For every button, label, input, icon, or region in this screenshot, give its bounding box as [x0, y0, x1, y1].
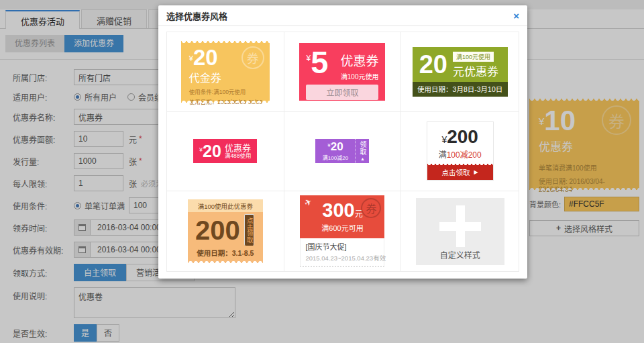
coupon-condition: 满100减200	[439, 148, 482, 160]
coupon-amount: ¥200	[441, 128, 478, 146]
coupon-right-col: 优惠券 满100元使用	[340, 51, 378, 81]
condition-red: 100减200	[447, 150, 482, 160]
custom-style-label: 自定义样式	[416, 249, 504, 260]
style-option-white-card[interactable]: ¥200 满100减200 点击领取▶	[401, 112, 519, 192]
triangle-up-icon: ▲	[360, 156, 365, 161]
amount-number: 300	[322, 199, 354, 221]
paper-plane-icon: ✈	[303, 196, 315, 208]
coupon-right-col: 优惠券 满488使用	[225, 144, 252, 160]
coupon-condition: 满600元可用	[321, 222, 363, 233]
coupon-orange: 满100使用此优惠券 200 点击领取 使用日期：3.1-8.5	[188, 199, 263, 263]
condition-prefix: 满	[439, 150, 447, 160]
coupon-watermark-icon: 券	[241, 46, 264, 69]
claim-tab: 领取 ▲	[356, 139, 369, 163]
close-icon[interactable]: ×	[513, 11, 519, 21]
coupon-purple-mini: ¥20 满100减20 领取 ▲	[315, 139, 369, 163]
coupon-name: 代金券	[189, 69, 262, 85]
coupon-name: 优惠券	[225, 144, 252, 153]
coupon-white-card: ¥200 满100减200 点击领取▶	[427, 121, 494, 181]
coupon-header: 满100使用此优惠券	[188, 199, 263, 212]
coupon-main: 20 满100元使用 元优惠券	[413, 47, 508, 82]
claim-now-button[interactable]: 立即领取	[306, 85, 378, 100]
coupon-amount: ¥5	[306, 48, 328, 81]
coupon-name: 元优惠券	[453, 62, 498, 79]
coupon-condition: 满488使用	[225, 153, 252, 159]
coupon-style-modal: 选择优惠券风格 × ¥20 券 代金券 使用条件:满100元使用 使用日期：20…	[158, 5, 527, 279]
amount-number: 20	[203, 142, 221, 160]
coupon-red-event: ✈ 券 300元 满600元可用 [国庆节大促] 2015.04.23~2015…	[300, 195, 384, 267]
coupon-amount: ¥20	[327, 141, 343, 153]
style-grid: ¥20 券 代金券 使用条件:满100元使用 使用日期：2015/05/06-0…	[166, 32, 519, 272]
coupon-middle: 200 点击领取	[188, 212, 263, 246]
claim-label: 点击领取	[442, 167, 470, 177]
coupon-watermark-icon: 券	[361, 198, 381, 218]
coupon-amount: 300元	[322, 201, 362, 220]
coupon-condition: 使用条件:满100元使用	[189, 87, 262, 95]
style-option-pink[interactable]: ¥5 优惠券 满100元使用 立即领取	[284, 32, 402, 112]
amount-number: 200	[195, 217, 240, 244]
coupon-red-mini: ¥20 优惠券 满488使用	[193, 139, 257, 163]
modal-header: 选择优惠券风格 ×	[158, 5, 527, 26]
style-option-red-event[interactable]: ✈ 券 300元 满600元可用 [国庆节大促] 2015.04.23~2015…	[284, 191, 402, 271]
custom-style-tile: 自定义样式	[416, 198, 504, 265]
coupon-top: ¥5 优惠券 满100元使用	[306, 48, 378, 81]
modal-title: 选择优惠券风格	[166, 9, 227, 22]
amount-number: 20	[331, 140, 343, 153]
style-option-orange[interactable]: 满100使用此优惠券 200 点击领取 使用日期：3.1-8.5	[167, 191, 284, 271]
amount-number: 5	[311, 44, 328, 80]
coupon-left: ¥20 满100减20	[315, 139, 356, 163]
coupon-pink: ¥5 优惠券 满100元使用 立即领取	[299, 43, 385, 101]
claim-label: 领取	[358, 141, 368, 156]
condition-tag: 满100元使用	[453, 52, 494, 62]
coupon-green: 20 满100元使用 元优惠券 使用日期：3月8日-3月10日	[413, 47, 508, 97]
amount-number: 200	[447, 126, 478, 147]
coupon-date: 使用日期：3.1-8.5	[188, 248, 263, 258]
style-option-red-mini[interactable]: ¥20 优惠券 满488使用	[167, 112, 284, 192]
style-option-green[interactable]: 20 满100元使用 元优惠券 使用日期：3月8日-3月10日	[401, 32, 519, 112]
coupon-right-col: 满100元使用 元优惠券	[453, 50, 498, 79]
coupon-condition: 满100元使用	[340, 71, 378, 81]
style-option-yellow[interactable]: ¥20 券 代金券 使用条件:满100元使用 使用日期：2015/05/06-0…	[167, 32, 284, 112]
coupon-info: [国庆节大促] 2015.04.23~2015.04.23有效	[300, 238, 384, 267]
coupon-date-bar: 使用日期：3月8日-3月10日	[413, 82, 508, 97]
valid-range: 2015.04.23~2015.04.23有效	[305, 253, 379, 262]
coupon-red-area: ✈ 券 300元 满600元可用	[300, 195, 384, 238]
event-name: [国庆节大促]	[305, 241, 379, 252]
coupon-yellow: ¥20 券 代金券 使用条件:满100元使用 使用日期：2015/05/06-0…	[181, 41, 270, 103]
coupon-date: 使用日期：2015/05/06-08/30	[189, 97, 262, 105]
plus-icon	[456, 205, 465, 247]
coupon-title: 优惠券	[340, 51, 378, 69]
coupon-condition: 满100减20	[323, 154, 348, 161]
click-claim-button[interactable]: 点击领取▶	[427, 164, 493, 180]
screen: 优惠券活动 满赠促销 满减促销 优惠券列表 添加优惠券 所属门店: 适用用户: …	[0, 0, 644, 343]
amount-number: 20	[193, 45, 218, 70]
style-option-custom[interactable]: 自定义样式	[401, 191, 519, 271]
click-claim-tab[interactable]: 点击领取	[244, 214, 254, 246]
arrow-right-icon: ▶	[474, 169, 478, 175]
amount-number: 20	[419, 52, 447, 77]
coupon-amount: ¥20	[199, 143, 221, 160]
style-option-purple-mini[interactable]: ¥20 满100减20 领取 ▲	[284, 112, 402, 192]
